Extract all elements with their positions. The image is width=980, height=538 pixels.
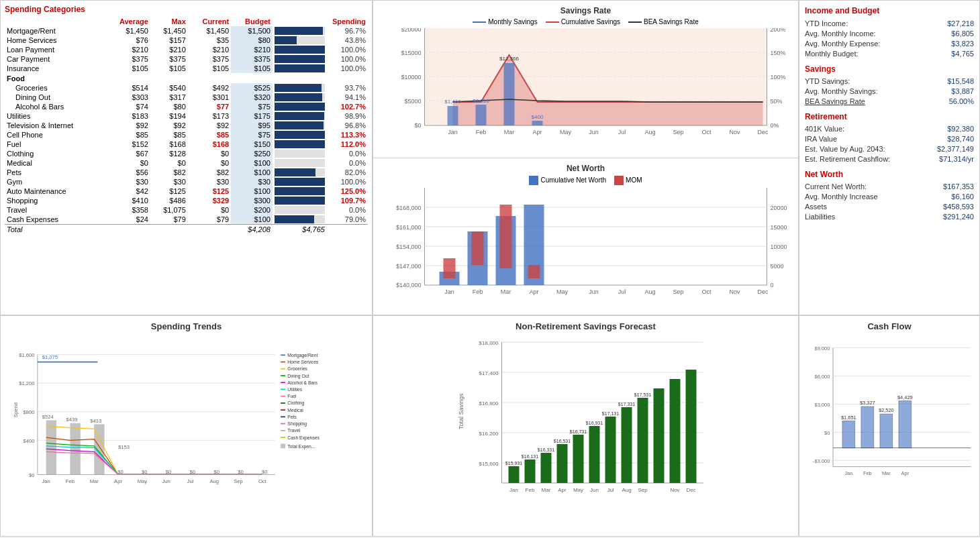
svg-text:Dec: Dec (686, 487, 695, 493)
svg-text:Apr: Apr (901, 470, 910, 476)
table-row: Pets $56 $82 $82 $100 82.0% (5, 168, 368, 177)
svg-text:$1,600: $1,600 (19, 352, 34, 358)
svg-text:Mortgage/Rent: Mortgage/Rent (287, 353, 317, 358)
savings-section-title: Savings (805, 64, 974, 74)
ira-value: $28,740 (947, 135, 974, 143)
svg-text:May: May (138, 478, 148, 484)
monthly-budget-row: Monthly Budget: $4,765 (805, 50, 974, 58)
svg-text:$3,327: $3,327 (860, 400, 875, 406)
svg-text:Groceries: Groceries (287, 366, 307, 371)
avg-monthly-savings-row: Avg. Monthly Savings: $3,887 (805, 87, 974, 95)
k401-value: $92,380 (947, 125, 974, 133)
spending-panel: Spending Categories Average Max Current … (0, 0, 373, 315)
svg-text:Feb: Feb (473, 288, 483, 295)
svg-text:Medical: Medical (287, 408, 303, 413)
table-row: Dining Out $303 $317 $301 $320 94.1% (5, 93, 368, 102)
svg-rect-164 (670, 379, 681, 483)
svg-text:$9,000: $9,000 (815, 345, 830, 352)
svg-text:Jan: Jan (844, 470, 852, 476)
table-row: Loan Payment $210 $210 $210 $210 100.0% (5, 45, 368, 54)
svg-text:$0: $0 (262, 469, 268, 475)
current-nw-value: $167,353 (943, 182, 974, 191)
svg-text:Travel: Travel (287, 428, 300, 433)
forecast-svg: Total Savings $18,000 $17,400 $16,800 $1… (379, 335, 793, 517)
assets-row: Assets $458,593 (805, 203, 974, 211)
svg-text:Dining Out: Dining Out (287, 374, 309, 379)
svg-text:20000: 20000 (771, 205, 787, 211)
svg-text:$0: $0 (29, 472, 35, 478)
avg-monthly-income-row: Avg. Monthly Income: $6,805 (805, 30, 974, 38)
col-avg: Average (104, 17, 150, 26)
bea-savings-rate-row: BEA Savings Rate 56.00% (805, 97, 974, 105)
svg-text:$154,000: $154,000 (396, 244, 422, 250)
forecast-panel: Non-Retirement Savings Forecast Total Sa… (373, 315, 799, 537)
svg-text:Apr: Apr (114, 478, 122, 484)
table-row: Medical $0 $0 $0 $100 0.0% (5, 158, 368, 168)
svg-rect-162 (638, 398, 648, 483)
svg-text:15000: 15000 (771, 224, 787, 231)
svg-text:$1,075: $1,075 (42, 354, 58, 360)
svg-text:$0: $0 (190, 469, 196, 475)
ytd-income-row: YTD Income: $27,218 (805, 19, 974, 28)
table-row: Travel $358 $1,075 $0 $200 0.0% (5, 205, 368, 215)
col-max: Max (150, 17, 188, 26)
svg-text:Jan: Jan (444, 288, 454, 295)
svg-rect-163 (654, 388, 665, 483)
svg-rect-115 (281, 362, 285, 363)
svg-rect-133 (281, 423, 285, 425)
ytd-savings-value: $15,548 (947, 77, 974, 85)
monthly-budget-label: Monthly Budget: (805, 50, 859, 58)
ytd-income-value: $27,218 (947, 19, 974, 28)
svg-rect-129 (281, 409, 285, 411)
svg-text:Mar: Mar (542, 487, 551, 493)
trends-title: Spending Trends (6, 321, 366, 331)
svg-text:Clothing: Clothing (287, 400, 304, 406)
charts-panel: Savings Rate Monthly Savings Cumulative … (373, 0, 799, 315)
svg-text:Jun: Jun (162, 478, 170, 484)
svg-rect-161 (622, 407, 632, 483)
svg-text:200%: 200% (771, 28, 786, 33)
svg-text:$16,800: $16,800 (479, 400, 499, 407)
svg-text:Dec: Dec (757, 288, 769, 295)
avg-increase-row: Avg. Monthly Increase $6,160 (805, 193, 974, 201)
table-row: Television & Internet $92 $92 $92 $95 96… (5, 121, 368, 130)
table-row: Car Payment $375 $375 $375 $375 100.0% (5, 54, 368, 64)
svg-text:Jan: Jan (448, 129, 458, 136)
avg-monthly-savings-label: Avg. Monthly Savings: (805, 87, 878, 95)
table-row: Home Services $76 $157 $35 $80 43.8% (5, 36, 368, 45)
svg-text:Shopping: Shopping (287, 421, 307, 427)
svg-rect-201 (880, 414, 893, 447)
est-value-row: Est. Value by Aug. 2043: $2,377,149 (805, 145, 974, 153)
cashflow-svg: $9,000 $6,000 $3,000 $0 -$3,000 $1,651 $… (805, 335, 974, 517)
svg-text:5000: 5000 (771, 263, 784, 270)
svg-text:$439: $439 (66, 417, 78, 423)
svg-text:$16,531: $16,531 (554, 439, 571, 443)
bea-savings-rate-label: BEA Savings Rate (805, 97, 865, 105)
ytd-income-label: YTD Income: (805, 19, 848, 28)
table-row: Shopping $410 $486 $329 $300 109.7% (5, 196, 368, 205)
svg-text:Nov: Nov (670, 487, 679, 493)
svg-text:Feb: Feb (863, 470, 872, 476)
ira-row: IRA Value $28,740 (805, 135, 974, 143)
svg-rect-123 (281, 389, 285, 390)
table-row: Auto Maintenance $42 $125 $125 $100 125.… (5, 186, 368, 196)
svg-text:$0: $0 (238, 469, 244, 475)
svg-text:Sep: Sep (673, 288, 683, 295)
networth-svg: $140,000 $147,000 $154,000 $161,000 $168… (379, 188, 793, 305)
svg-text:$17,131: $17,131 (602, 411, 619, 416)
est-cashflow-label: Est. Retirement Cashflow: (805, 155, 890, 163)
svg-rect-137 (281, 437, 285, 438)
liabilities-label: Liabilities (805, 213, 835, 221)
svg-text:$4,429: $4,429 (897, 394, 913, 400)
assets-label: Assets (805, 203, 827, 211)
est-value-label: Est. Value by Aug. 2043: (805, 145, 885, 153)
current-nw-row: Current Net Worth: $167,353 (805, 182, 974, 191)
svg-text:$2,520: $2,520 (879, 407, 894, 413)
retirement-section-title: Retirement (805, 112, 974, 121)
svg-text:Aug: Aug (644, 288, 655, 295)
svg-text:Spend: Spend (13, 402, 19, 417)
svg-text:$16,931: $16,931 (586, 421, 603, 425)
svg-text:$6,000: $6,000 (815, 374, 830, 380)
svg-text:Oct: Oct (258, 478, 267, 484)
svg-text:100%: 100% (771, 74, 786, 80)
